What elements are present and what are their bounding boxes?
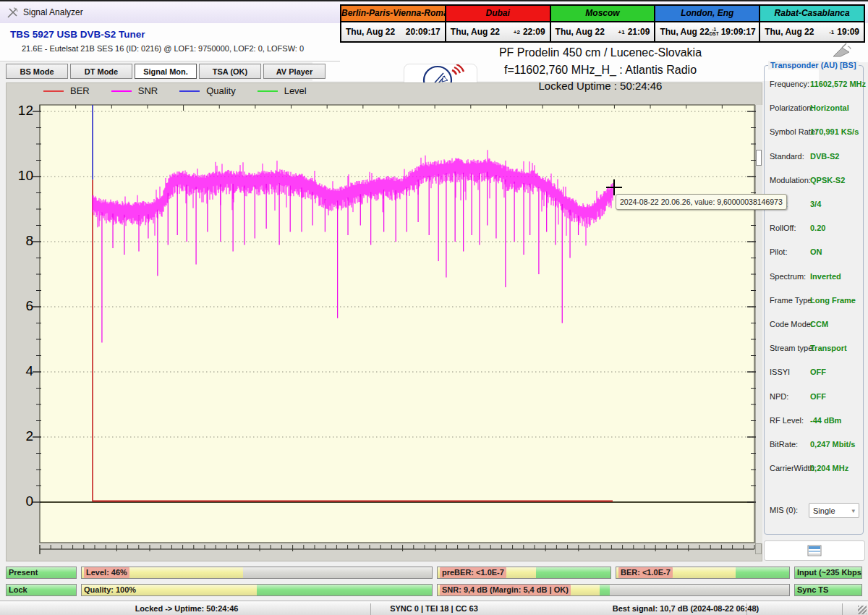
signal-bar-input: Input (~235 Kbps) (794, 567, 862, 579)
transponder-label-11: Stream type: (770, 344, 814, 352)
bar-label: Level: 46% (84, 567, 129, 578)
transponder-value-15: 0,247 Mbit/s (810, 440, 855, 449)
header-divider (0, 61, 340, 62)
transponder-value-2: 170,991 KS/s (810, 127, 859, 136)
transponder-label-4: Modulation: (770, 176, 811, 184)
signal-bar-level: Level: 46% (81, 567, 433, 579)
clock-offset: +2 (514, 29, 520, 35)
chevron-down-icon: ▾ (851, 507, 855, 514)
transponder-value-9: Long Frame (810, 296, 856, 305)
bar-label: Input (~235 Kbps) (797, 567, 862, 578)
crosshair-cursor (613, 179, 615, 195)
clock-0: Berlin-Paris-Vienna-RomaThu, Aug 2220:09… (341, 6, 445, 41)
clock-city: Dubai (446, 6, 550, 22)
legend-line (111, 90, 132, 92)
transponder-label-12: ISSYI (770, 368, 790, 376)
statusbar: Locked -> Uptime: 50:24:46 SYNC 0 | TEI … (0, 601, 868, 615)
legend-item-ber: BER (43, 85, 90, 96)
console-button[interactable] (764, 540, 865, 561)
legend-label: SNR (138, 85, 158, 96)
transponder-label-13: NPD: (770, 392, 788, 401)
legend-label: Quality (206, 85, 235, 96)
transponder-value-6: 0.20 (810, 224, 825, 232)
clock-value: 20:09:17 (406, 27, 441, 37)
mis-label: MIS (0): (770, 506, 798, 514)
signal-bar-quality: Quality: 100% (81, 584, 433, 596)
signal-bar-preber: preBER: <1.0E-7 (437, 567, 611, 579)
signal-bar-syncts: Sync TS (794, 584, 862, 596)
tuner-name: TBS 5927 USB DVB-S2 Tuner (10, 29, 145, 40)
bar-label: Lock (9, 585, 27, 595)
resize-grip[interactable] (858, 606, 867, 614)
transponder-value-0: 11602,572 MHz (810, 80, 866, 88)
bar-label: Sync TS (797, 585, 828, 595)
signal-bar-lock: Lock (6, 584, 77, 596)
clock-date: Thu, Aug 22 (765, 27, 829, 37)
clock-value: 19:09:17 (721, 27, 756, 37)
transponder-value-11: Transport (810, 344, 847, 352)
legend-line (179, 90, 200, 92)
bar-label: preBER: <1.0E-7 (440, 567, 506, 578)
clock-date: Thu, Aug 22 (451, 27, 514, 37)
clock-time: Thu, Aug 2220:09:17 (341, 22, 445, 41)
transponder-value-12: OFF (810, 368, 826, 376)
locked-uptime-overlay: Locked Uptime : 50:24:46 (434, 80, 767, 92)
legend-item-quality: Quality (179, 85, 235, 96)
clock-time: Thu, Aug 22-119:09 (760, 22, 864, 41)
legend-line (43, 90, 64, 92)
mis-select[interactable]: Single ▾ (809, 503, 859, 518)
transponder-label-1: Polarization: (770, 103, 814, 112)
satellite-mini-icon (830, 42, 855, 58)
clock-time: Thu, Aug 22+222:09 (446, 22, 550, 41)
clock-date: Thu, Aug 22 (556, 27, 618, 37)
bar-label: BER: <1.0E-7 (618, 567, 673, 578)
legend-line (258, 90, 278, 92)
mode-tab-av-player[interactable]: AV Player (263, 64, 326, 79)
statusbar-best-signal: Best signal: 10,7 dB (2024-08-22 06:48) (613, 604, 759, 613)
signal-bar-snr: SNR: 9,4 dB (Margin: 5,4 dB | OK) (437, 584, 790, 596)
clock-city: Rabat-Casablanca (760, 6, 864, 22)
transponder-value-14: -44 dBm (810, 416, 841, 425)
transponder-value-7: ON (810, 247, 822, 256)
clock-city: London, Eng (655, 6, 759, 22)
clock-city: Berlin-Paris-Vienna-Roma (341, 6, 445, 22)
list-icon (807, 545, 822, 556)
bar-label: Quality: 100% (84, 585, 136, 595)
legend-label: Level (284, 85, 307, 96)
clock-4: Rabat-CasablancaThu, Aug 22-119:09 (759, 6, 864, 41)
transponder-value-4: QPSK-S2 (810, 176, 845, 184)
tuner-details: 21.6E - Eutelsat 21B SES 16 (ID: 0216) @… (22, 44, 304, 53)
mode-tab-signal-mon-[interactable]: Signal Mon. (135, 64, 197, 79)
world-clocks: Berlin-Paris-Vienna-RomaThu, Aug 2220:09… (340, 4, 865, 43)
statusbar-separator (370, 603, 371, 615)
transponder-value-5: 3/4 (810, 200, 821, 208)
clock-date: Thu, Aug 22 (660, 27, 709, 37)
window-title: Signal Analyzer (23, 7, 83, 17)
clock-offset: +1 (618, 29, 625, 35)
transponder-label-15: BitRate: (770, 440, 798, 449)
mode-tab-bs-mode[interactable]: BS Mode (6, 64, 68, 79)
statusbar-uptime: Locked -> Uptime: 50:24:46 (135, 604, 239, 613)
transponder-label-10: Code Mode: (770, 320, 813, 328)
bar-label: SNR: 9,4 dB (Margin: 5,4 dB | OK) (440, 585, 571, 595)
transponder-value-10: CCM (810, 320, 828, 328)
clock-value: 19:09 (837, 27, 859, 37)
transponder-label-9: Frame Type: (770, 296, 814, 305)
mode-tab-tsa-ok-[interactable]: TSA (OK) (199, 64, 261, 79)
clock-time: Thu, Aug 22+121:09 (551, 22, 655, 41)
clock-value: 22:09 (523, 27, 545, 37)
transponder-label-7: Pilot: (770, 247, 787, 256)
signal-bar-present: Present (6, 567, 77, 579)
mode-tab-dt-mode[interactable]: DT Mode (70, 64, 132, 79)
clock-offset: -1 (829, 29, 834, 35)
legend-item-level: Level (258, 85, 307, 96)
clock-2: MoscowThu, Aug 22+121:09 (550, 6, 655, 41)
chart-tooltip: 2024-08-22 20.06.26, value: 9,6000003814… (616, 194, 787, 210)
transponder-label-0: Frequency: (770, 80, 809, 88)
signal-history-chart[interactable] (29, 99, 762, 556)
transponder-value-16: 0,204 MHz (810, 464, 848, 472)
frequency-title: f=11602,760 MHz_H_ : Atlantis Radio (434, 64, 767, 77)
statusbar-separator (842, 603, 843, 615)
mode-tabs: BS ModeDT ModeSignal Mon.TSA (OK)AV Play… (6, 64, 326, 79)
signal-bar-ber: BER: <1.0E-7 (616, 567, 790, 579)
